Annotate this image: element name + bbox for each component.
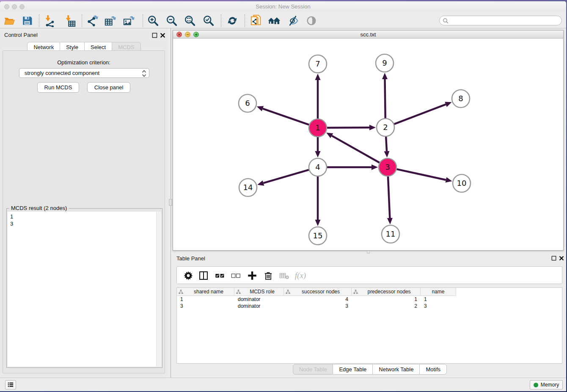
graph-node-label: 9 <box>382 58 387 67</box>
open-session-icon[interactable] <box>3 14 16 28</box>
network-title: scc.txt <box>173 31 563 38</box>
import-table-icon[interactable] <box>63 14 77 28</box>
chevron-up-down-icon <box>142 70 146 80</box>
zoom-in-icon[interactable] <box>146 14 160 28</box>
table-tab-network-table[interactable]: Network Table <box>373 364 420 375</box>
graph-edge-4-14[interactable] <box>263 170 308 183</box>
column-header-label: shared name <box>183 289 234 295</box>
duplicate-network-icon[interactable] <box>249 14 263 28</box>
column-header-shared-name[interactable]: shared name <box>177 288 234 296</box>
column-header-predecessor-nodes[interactable]: predecessor nodes <box>352 288 421 296</box>
arrowhead-icon <box>445 177 452 183</box>
search-icon <box>443 18 449 24</box>
table-body: 1dominator4113dominator323 <box>177 296 562 309</box>
export-image-icon[interactable] <box>122 14 136 28</box>
network-graph[interactable]: 7968124314101511 <box>173 39 563 250</box>
graph-node-label: 11 <box>386 229 396 238</box>
table-cell: 4 <box>284 296 352 303</box>
graph-node-label: 1 <box>315 123 320 132</box>
show-birdseye-icon[interactable] <box>305 14 318 28</box>
graph-edge-2-3[interactable] <box>386 137 387 151</box>
mcds-result-group: MCDS result (2 nodes) 1 3 <box>6 208 162 368</box>
deselect-all-columns-icon[interactable] <box>229 269 243 282</box>
column-header-successor-nodes[interactable]: successor nodes <box>284 288 352 296</box>
table-row[interactable]: 3dominator323 <box>177 303 562 309</box>
result-scrollbar[interactable] <box>156 212 161 367</box>
first-neighbors-icon[interactable] <box>267 14 281 28</box>
table-cell: 1 <box>421 296 456 303</box>
control-panel-title: Control Panel <box>4 32 38 38</box>
table-tab-edge-table[interactable]: Edge Table <box>333 364 373 375</box>
export-network-icon[interactable] <box>85 14 99 28</box>
refresh-layout-icon[interactable] <box>226 14 239 28</box>
graph-edge-2-9[interactable] <box>385 79 385 118</box>
export-table-icon[interactable] <box>104 14 117 28</box>
table-cell: 3 <box>177 303 234 309</box>
import-network-icon[interactable] <box>43 14 56 28</box>
graph-edge-1-2[interactable] <box>327 127 369 128</box>
memory-button[interactable]: Memory <box>530 380 563 389</box>
close-panel-icon[interactable] <box>160 32 165 38</box>
graph-node-label: 10 <box>457 179 467 188</box>
dropdown-selected-value: strongly connected component <box>25 70 99 76</box>
column-header-label: name <box>421 289 456 295</box>
add-column-icon[interactable] <box>245 269 259 282</box>
float-panel-icon[interactable] <box>152 32 157 38</box>
graph-edge-3-11[interactable] <box>388 177 390 218</box>
graph-edge-1-6[interactable] <box>263 109 309 125</box>
save-session-icon[interactable] <box>20 14 34 28</box>
toolbar-separator <box>245 14 245 27</box>
column-header-name[interactable]: name <box>421 288 456 296</box>
table-cell: 3 <box>284 303 352 309</box>
column-visibility-icon[interactable] <box>197 269 210 282</box>
graph-node-label: 2 <box>383 123 388 132</box>
table-cell: 3 <box>421 303 456 309</box>
arrowhead-icon <box>372 165 378 170</box>
column-header-label: predecessor nodes <box>358 289 420 295</box>
graph-node-label: 14 <box>243 183 253 192</box>
column-header-MCDS-role[interactable]: MCDS role <box>234 288 284 296</box>
table-tab-motifs[interactable]: Motifs <box>420 364 447 375</box>
table-panel: Table Panel <box>173 254 566 379</box>
window-title: Session: New Session <box>0 3 566 10</box>
table-tab-node-table[interactable]: Node Table <box>293 364 333 375</box>
network-window-titlebar: scc.txt <box>173 30 563 39</box>
graph-edge-2-8[interactable] <box>394 105 446 124</box>
fx-label: f(x) <box>295 271 306 280</box>
table-cell: 1 <box>352 296 421 303</box>
toggle-graphics-details-icon[interactable] <box>286 14 300 28</box>
table-cell: dominator <box>234 303 284 309</box>
delete-column-icon[interactable] <box>261 269 275 282</box>
close-panel-button[interactable]: Close panel <box>87 82 131 93</box>
arrowhead-icon <box>315 74 321 80</box>
zoom-out-icon[interactable] <box>165 14 179 28</box>
arrowhead-icon <box>382 73 388 79</box>
graph-edge-3-10[interactable] <box>396 169 446 180</box>
node-table: shared nameMCDS rolesuccessor nodesprede… <box>176 287 562 364</box>
task-history-button[interactable] <box>5 380 16 389</box>
memory-status-icon <box>534 383 538 387</box>
toolbar-separator <box>221 14 221 27</box>
mcds-result-title: MCDS result (2 nodes) <box>9 205 69 211</box>
graph-node-label: 3 <box>385 163 390 171</box>
graph-edge-3-1[interactable] <box>332 136 380 163</box>
table-row[interactable]: 1dominator411 <box>177 296 562 303</box>
main-toolbar <box>0 12 566 28</box>
zoom-selected-icon[interactable] <box>202 14 215 28</box>
run-mcds-button[interactable]: Run MCDS <box>37 82 80 93</box>
table-tabs: Node TableEdge TableNetwork TableMotifs <box>293 364 447 375</box>
panel-divider-grip[interactable] <box>169 199 172 206</box>
network-resize-grip[interactable] <box>367 251 370 254</box>
search-input[interactable] <box>451 17 559 25</box>
optimization-criterion-select[interactable]: strongly connected component <box>19 68 149 78</box>
close-table-panel-icon[interactable] <box>559 255 564 260</box>
mcds-panel: Optimization criterion: strongly connect… <box>3 50 165 373</box>
hierarchy-icon <box>353 290 358 294</box>
mcds-result-text[interactable]: 1 3 <box>8 212 161 367</box>
select-all-columns-icon[interactable] <box>213 269 227 282</box>
float-table-panel-icon[interactable] <box>551 255 557 260</box>
control-panel: Control Panel NetworkStyleSelectMCDS Opt… <box>0 28 168 379</box>
zoom-fit-icon[interactable] <box>183 14 197 28</box>
table-settings-icon[interactable] <box>182 269 195 282</box>
search-box <box>439 16 562 25</box>
